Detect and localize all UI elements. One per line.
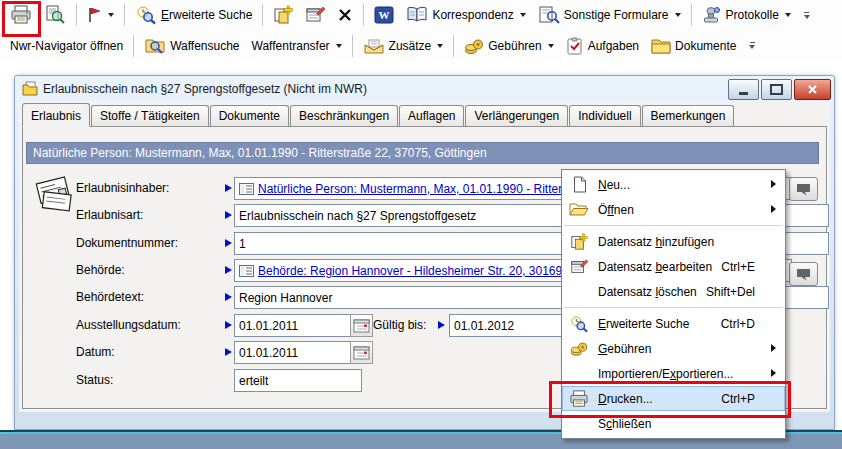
toolbar-separator <box>352 35 353 57</box>
zusaetze-label: Zusätze <box>389 39 432 53</box>
toolbar-separator <box>262 4 263 26</box>
protokolle-button[interactable]: Protokolle <box>696 3 797 27</box>
toolbar-separator <box>691 4 692 26</box>
context-menu: Neu... Öffnen Datensatz hinzufügen <box>561 169 786 439</box>
waffentransfer-button[interactable]: Waffentransfer <box>246 36 348 56</box>
overflow-bar-icon <box>804 12 809 13</box>
dropdown-caret-icon <box>520 13 526 17</box>
menu-item-datensatz-loeschen[interactable]: Datensatz löschen Shift+Del <box>562 279 785 304</box>
delete-x-icon <box>337 7 353 23</box>
menu-item-erweiterte-suche[interactable]: Erweiterte Suche Ctrl+D <box>562 311 785 336</box>
toolbar-separator <box>133 35 134 57</box>
minimize-button[interactable] <box>728 79 759 100</box>
main-toolbar: Erweiterte Suche <box>0 0 842 30</box>
datum-label: Datum: <box>76 345 115 359</box>
toolbar-overflow-button[interactable] <box>802 10 812 21</box>
dokumente-button[interactable]: Dokumente <box>645 35 742 57</box>
menu-item-datensatz-bearbeiten[interactable]: Datensatz bearbeiten Ctrl+E <box>562 254 785 279</box>
gebuehren-button[interactable]: Gebühren <box>458 34 559 58</box>
dialog-titlebar[interactable]: Erlaubnisschein nach §27 Sprengstoffgese… <box>15 76 834 101</box>
nwr-navigator-button[interactable]: Nwr-Navigator öffnen <box>4 36 129 56</box>
gebuehren-label: Gebühren <box>488 39 541 53</box>
menu-separator <box>564 307 783 308</box>
menu-item-gebuehren[interactable]: Gebühren <box>562 336 785 361</box>
comment-bubble-icon <box>795 267 812 281</box>
extras-mail-icon <box>363 37 385 55</box>
aufgaben-button[interactable]: Aufgaben <box>560 34 645 58</box>
dropdown-caret-icon <box>785 13 791 17</box>
ausstellungsdatum-field[interactable]: 01.01.2011 <box>234 314 356 337</box>
korrespondenz-button[interactable]: Korrespondenz <box>400 3 531 27</box>
waffensuche-label: Waffensuche <box>170 39 239 53</box>
erlaubnisinhaber-label: Erlaubnisinhaber: <box>76 181 169 195</box>
overflow-bar-icon <box>750 42 755 43</box>
tab-bemerkungen[interactable]: Bemerkungen <box>642 105 735 126</box>
word-icon: W <box>374 6 394 24</box>
toolbar-separator <box>124 4 125 26</box>
protokolle-label: Protokolle <box>726 8 779 22</box>
menu-item-schliessen[interactable]: Schließen <box>562 411 785 436</box>
behoerde-link[interactable]: Behörde: Region Hannover - Hildesheimer … <box>258 264 562 278</box>
delete-button[interactable] <box>331 4 359 26</box>
overflow-arrow-icon <box>804 15 810 19</box>
waffensuche-button[interactable]: Waffensuche <box>138 34 245 58</box>
behoerde-comment-button[interactable] <box>789 262 818 286</box>
tab-erlaubnis[interactable]: Erlaubnis <box>22 103 90 127</box>
print-preview-button[interactable] <box>38 2 72 28</box>
menu-item-drucken[interactable]: Drucken... Ctrl+P <box>562 386 785 411</box>
toolbar-overflow-button[interactable] <box>747 40 757 51</box>
maximize-button[interactable] <box>761 79 792 100</box>
edit-record-icon <box>305 5 325 25</box>
gueltigbis-field[interactable]: 01.01.2012 <box>449 314 571 337</box>
behoerde-label: Behörde: <box>76 263 125 277</box>
datum-calendar-button[interactable] <box>350 341 373 364</box>
word-export-button[interactable]: W <box>368 3 400 27</box>
overflow-arrow-icon <box>749 45 755 49</box>
close-button[interactable] <box>794 79 831 100</box>
secondary-toolbar: Nwr-Navigator öffnen Waffensuche Waffent… <box>0 30 842 61</box>
submenu-arrow-icon <box>771 369 776 377</box>
documents-folder-icon <box>651 38 671 54</box>
field-arrow-icon <box>225 266 232 274</box>
ausstellungsdatum-label: Ausstellungsdatum: <box>76 318 181 332</box>
comment-bubble-icon <box>795 182 812 196</box>
dokumente-label: Dokumente <box>675 39 736 53</box>
waffentransfer-label: Waffentransfer <box>252 39 330 53</box>
svg-text:W: W <box>379 9 390 21</box>
tasks-icon <box>566 37 584 55</box>
menu-item-datensatz-hinzufuegen[interactable]: Datensatz hinzufügen <box>562 229 785 254</box>
advanced-search-label: Erweiterte Suche <box>161 8 252 22</box>
behoerdetext-label: Behördetext: <box>76 290 144 304</box>
tab-beschraenkungen[interactable]: Beschränkungen <box>290 105 398 126</box>
zusaetze-button[interactable]: Zusätze <box>357 34 450 58</box>
edit-record-button[interactable] <box>299 2 331 28</box>
advanced-search-icon <box>569 315 589 333</box>
tab-individuell[interactable]: Individuell <box>569 105 640 126</box>
datum-field[interactable]: 01.01.2011 <box>234 341 356 364</box>
calendar-icon <box>353 318 370 333</box>
advanced-search-button[interactable]: Erweiterte Suche <box>129 2 258 28</box>
toolbar-separator <box>76 4 77 26</box>
menu-item-neu[interactable]: Neu... <box>562 172 785 197</box>
ausstellungsdatum-calendar-button[interactable] <box>350 314 373 337</box>
add-record-button[interactable] <box>267 2 299 28</box>
tab-auflagen[interactable]: Auflagen <box>399 105 464 126</box>
fees-money-icon <box>464 37 484 55</box>
menu-item-oeffnen[interactable]: Öffnen <box>562 197 785 222</box>
open-folder-icon <box>569 202 589 217</box>
tab-stoffe-taetigkeiten[interactable]: Stoffe / Tätigkeiten <box>91 105 209 126</box>
tab-dokumente[interactable]: Dokumente <box>210 105 289 126</box>
print-button[interactable] <box>4 2 38 28</box>
gueltigbis-label: Gültig bis: <box>373 318 426 332</box>
menu-item-importieren-exportieren[interactable]: Importieren/Exportieren... <box>562 361 785 386</box>
submenu-arrow-icon <box>771 344 776 352</box>
status-field[interactable]: erteilt <box>234 369 362 392</box>
erlaubnisinhaber-comment-button[interactable] <box>789 177 818 201</box>
menu-shortcut: Ctrl+D <box>721 317 777 331</box>
flag-button[interactable] <box>81 3 120 27</box>
tab-verlaengerungen[interactable]: Verlängerungen <box>465 105 568 126</box>
field-arrow-icon <box>225 321 232 329</box>
sonstige-formulare-button[interactable]: Sonstige Formulare <box>532 3 687 27</box>
tab-strip: Erlaubnis Stoffe / Tätigkeiten Dokumente… <box>22 103 827 126</box>
field-arrow-icon <box>225 239 232 247</box>
